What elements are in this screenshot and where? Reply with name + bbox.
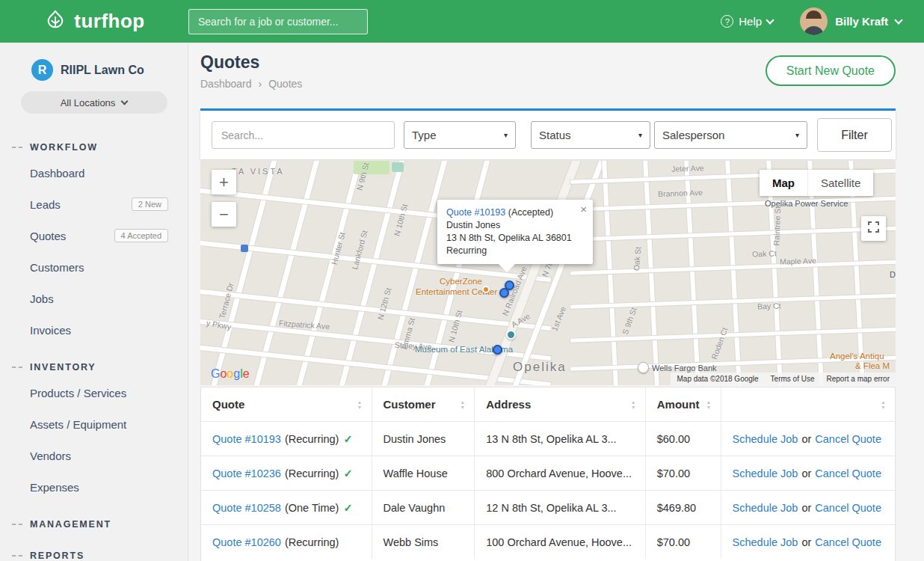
caret-down-icon: ▾ <box>795 131 799 139</box>
poi-cyberzone-label[interactable]: CyberZone <box>440 277 482 286</box>
cancel-quote-link[interactable]: Cancel Quote <box>815 502 881 514</box>
nav-section-header[interactable]: REPORTS <box>0 545 188 561</box>
table-row: Quote #10260(Recurring) Webb Sims 100 Or… <box>201 524 895 559</box>
table-header-amount[interactable]: Amount▲▼ <box>646 387 721 421</box>
help-menu[interactable]: ? Help <box>721 15 773 28</box>
street-label: N 10th St <box>392 203 409 236</box>
zoom-out-button[interactable]: − <box>212 202 236 227</box>
salesperson-select-value: Salesperson <box>662 129 724 141</box>
google-logo[interactable]: Google <box>211 367 250 381</box>
quotes-search-input[interactable] <box>212 121 395 149</box>
street-label: 1st Ave <box>549 305 567 332</box>
map-road <box>290 161 369 385</box>
map-canvas[interactable]: TA VISTA Opelika N 10th St N 10th St N 9… <box>200 161 896 385</box>
infowindow-title: Quote #10193 (Accepted) <box>446 206 584 219</box>
sort-icon[interactable]: ▲▼ <box>631 399 636 410</box>
cancel-quote-link[interactable]: Cancel Quote <box>815 468 881 479</box>
quote-link[interactable]: Quote #10193 <box>212 433 281 445</box>
cancel-quote-link[interactable]: Cancel Quote <box>815 536 881 548</box>
poi-blue-icon[interactable] <box>241 245 248 252</box>
quote-link[interactable]: Quote #10258 <box>212 502 281 514</box>
sidebar-item-customers[interactable]: Customers <box>0 251 188 283</box>
sidebar-item-invoices[interactable]: Invoices <box>0 314 188 346</box>
filter-button[interactable]: Filter <box>817 118 892 152</box>
sidebar-item-vendors[interactable]: Vendors <box>0 440 188 471</box>
brand[interactable]: turfhop <box>0 8 188 34</box>
schedule-job-link[interactable]: Schedule Job <box>733 502 798 514</box>
sidebar: R RIIPL Lawn Co All Locations WORKFLOW D… <box>0 43 188 561</box>
map-type-map-button[interactable]: Map <box>760 170 807 196</box>
table-header-customer[interactable]: Customer▲▼ <box>372 387 475 421</box>
topbar-search <box>188 9 368 34</box>
breadcrumb-quotes: Quotes <box>268 78 302 90</box>
terms-of-use-link[interactable]: Terms of Use <box>771 375 815 383</box>
schedule-job-link[interactable]: Schedule Job <box>733 433 798 445</box>
sidebar-item-assets-equipment[interactable]: Assets / Equipment <box>0 408 188 440</box>
breadcrumb-dashboard[interactable]: Dashboard <box>200 78 252 90</box>
infowindow-quote-link[interactable]: Quote #10193 <box>446 207 505 218</box>
quote-type: (Recurring) <box>285 433 339 445</box>
status-select[interactable]: Status ▾ <box>531 121 650 149</box>
sidebar-item-dashboard[interactable]: Dashboard <box>0 157 188 188</box>
nav-section-header[interactable]: MANAGEMENT <box>0 513 188 534</box>
poi-museum-icon[interactable] <box>506 330 516 340</box>
zoom-in-button[interactable]: + <box>212 170 236 194</box>
street-label: Oak Ct <box>752 248 777 258</box>
sidebar-item-leads[interactable]: Leads2 New <box>0 188 188 220</box>
quote-link[interactable]: Quote #10260 <box>212 536 281 548</box>
sidebar-item-quotes[interactable]: Quotes4 Accepted <box>0 220 188 251</box>
sort-icon[interactable]: ▲▼ <box>460 399 465 410</box>
sort-icon[interactable]: ▲▼ <box>706 399 712 410</box>
poi-angels-label2[interactable]: & Flea M <box>855 361 890 370</box>
close-icon[interactable]: × <box>580 203 587 215</box>
poi-wells-fargo-label[interactable]: Wells Fargo Bank <box>652 364 717 373</box>
type-select-value: Type <box>412 129 437 141</box>
company-header[interactable]: R RIIPL Lawn Co <box>0 43 188 81</box>
poi-angels-label[interactable]: Angel's Antiqu <box>830 352 884 361</box>
accepted-check-icon: ✓ <box>343 502 352 514</box>
sort-icon[interactable]: ▲▼ <box>357 399 363 410</box>
table-header-address[interactable]: Address▲▼ <box>475 387 646 421</box>
schedule-job-link[interactable]: Schedule Job <box>733 536 798 548</box>
nav-section-workflow: WORKFLOW Dashboard Leads2 New Quotes4 Ac… <box>0 136 188 346</box>
quote-marker[interactable] <box>499 288 509 298</box>
sidebar-item-products-services[interactable]: Products / Services <box>0 377 188 408</box>
sidebar-item-jobs[interactable]: Jobs <box>0 283 188 314</box>
sort-icon[interactable]: ▲▼ <box>881 399 886 410</box>
quote-link[interactable]: Quote #10236 <box>212 468 281 479</box>
map-area-label: TA VISTA <box>232 167 285 176</box>
quotes-table: Quote▲▼ Customer▲▼ Address▲▼ Amount▲▼ ▲▼… <box>200 387 896 561</box>
topbar-search-input[interactable] <box>188 9 368 34</box>
fullscreen-button[interactable] <box>861 216 886 241</box>
table-header-quote[interactable]: Quote▲▼ <box>201 387 372 421</box>
poi-cyberzone-icon[interactable] <box>482 286 490 293</box>
table-header-actions[interactable]: ▲▼ <box>721 387 895 421</box>
start-new-quote-button[interactable]: Start New Quote <box>766 55 896 86</box>
sidebar-item-expenses[interactable]: Expenses <box>0 471 188 503</box>
schedule-job-link[interactable]: Schedule Job <box>733 468 798 479</box>
location-selector[interactable]: All Locations <box>21 91 167 114</box>
cancel-quote-link[interactable]: Cancel Quote <box>815 433 881 445</box>
dash-icon <box>12 367 22 368</box>
map-type-satellite-button[interactable]: Satellite <box>807 170 873 196</box>
sidebar-item-label: Assets / Equipment <box>30 418 126 431</box>
or-text: or <box>801 468 811 479</box>
type-select[interactable]: Type ▾ <box>404 121 516 149</box>
salesperson-select[interactable]: Salesperson ▾ <box>654 121 807 149</box>
nav-section-label: MANAGEMENT <box>30 519 111 530</box>
dash-icon <box>12 524 22 525</box>
nav-section-reports: REPORTS <box>0 545 188 561</box>
poi-wells-fargo-icon[interactable] <box>638 362 649 373</box>
help-icon: ? <box>721 15 733 28</box>
sidebar-item-label: Expenses <box>30 481 79 494</box>
chevron-down-icon <box>766 16 774 24</box>
topbar: turfhop ? Help Billy Kraft <box>0 0 924 43</box>
report-map-error-link[interactable]: Report a map error <box>827 375 890 383</box>
dash-icon <box>12 555 22 557</box>
nav-section-inventory: INVENTORY Products / Services Assets / E… <box>0 356 188 503</box>
user-menu[interactable]: Billy Kraft <box>800 7 902 35</box>
quote-marker[interactable] <box>493 345 502 355</box>
sidebar-item-label: Products / Services <box>30 387 126 399</box>
nav-section-management: MANAGEMENT <box>0 513 188 534</box>
poi-power-service-label[interactable]: Opelika Power Service <box>765 199 848 208</box>
